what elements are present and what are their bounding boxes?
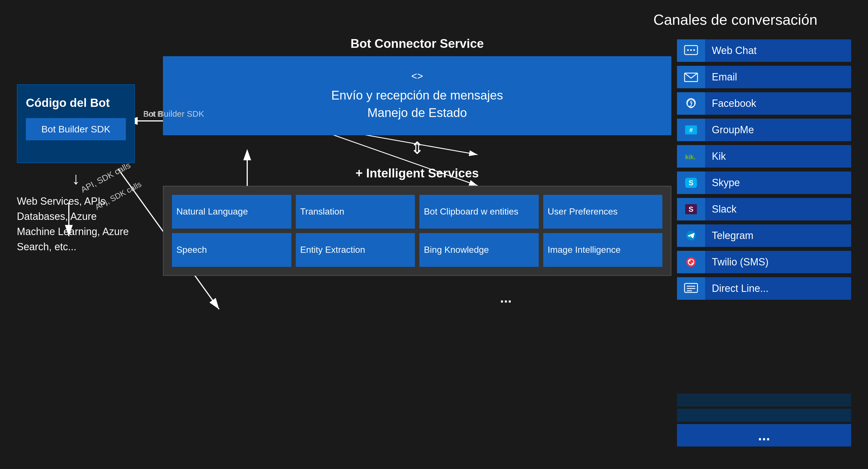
service-image-intelligence: Image Intelligence — [543, 233, 663, 267]
bot-builder-sdk-label-display: Bot Builder SDK — [143, 109, 204, 119]
svg-text:S: S — [688, 205, 693, 213]
bot-builder-sdk-inner: Bot Builder SDK — [26, 118, 126, 140]
channel-telegram: Telegram — [677, 224, 851, 247]
slack-label: Slack — [705, 198, 851, 221]
channel-kik: kik. Kik — [677, 145, 851, 168]
stacked-cards: ... — [677, 394, 851, 446]
vertical-arrow-icon: ⇕ — [163, 138, 671, 158]
center-section: Bot Connector Service <> Envío y recepci… — [163, 36, 671, 276]
stacked-ellipsis: ... — [758, 427, 770, 444]
codigo-bot-box: Código del Bot Bot Builder SDK — [17, 84, 135, 163]
canales-title: Canales de conversación — [653, 11, 817, 28]
envio-code: <> — [411, 70, 423, 82]
channel-skype: S Skype — [677, 172, 851, 194]
svg-text:S: S — [688, 179, 693, 187]
svg-point-28 — [686, 257, 696, 267]
services-grid: Natural Language Translation Bot Clipboa… — [172, 195, 662, 267]
slack-icon: S — [677, 198, 705, 221]
service-translation: Translation — [296, 195, 415, 229]
twilio-label: Twilio (SMS) — [705, 251, 851, 273]
codigo-bot-title: Código del Bot — [26, 96, 110, 110]
service-bing-knowledge: Bing Knowledge — [420, 233, 539, 267]
channel-slack: S Slack — [677, 198, 851, 221]
email-label: Email — [705, 66, 851, 88]
service-bot-clipboard: Bot Clipboard w entities — [420, 195, 539, 229]
diagram-container: Canales de conversación — [0, 0, 868, 469]
service-natural-language: Natural Language — [172, 195, 291, 229]
service-user-preferences: User Preferences — [543, 195, 663, 229]
svg-point-30 — [689, 260, 690, 262]
channel-directline: Direct Line... — [677, 277, 851, 300]
skype-label: Skype — [705, 172, 851, 194]
channel-webchat: Web Chat — [677, 39, 851, 62]
services-grid-container: Natural Language Translation Bot Clipboa… — [163, 186, 671, 276]
groupme-icon: # — [677, 119, 705, 141]
channel-facebook: Facebook — [677, 92, 851, 115]
intelligent-services-label: + Intelligent Services — [163, 166, 671, 180]
telegram-icon — [677, 224, 705, 247]
kik-label: Kik — [705, 145, 851, 168]
kik-icon: kik. — [677, 145, 705, 168]
stack-card-front: ... — [677, 424, 851, 446]
svg-point-14 — [690, 49, 692, 51]
directline-label: Direct Line... — [705, 277, 851, 300]
bot-connector-label: Bot Connector Service — [163, 36, 671, 51]
svg-text:#: # — [689, 126, 693, 134]
stack-card-back1 — [677, 409, 851, 422]
facebook-icon — [677, 92, 705, 115]
services-ellipsis: ... — [500, 290, 512, 306]
svg-point-31 — [691, 263, 693, 264]
channel-groupme: # GroupMe — [677, 119, 851, 141]
channel-twilio: Twilio (SMS) — [677, 251, 851, 273]
service-entity-extraction: Entity Extraction — [296, 233, 415, 267]
skype-icon: S — [677, 172, 705, 194]
channel-email: Email — [677, 66, 851, 88]
svg-point-13 — [687, 49, 689, 51]
groupme-label: GroupMe — [705, 119, 851, 141]
channels-section: Web Chat Email Facebook — [677, 39, 851, 300]
telegram-label: Telegram — [705, 224, 851, 247]
twilio-icon — [677, 251, 705, 273]
facebook-label: Facebook — [705, 92, 851, 115]
webchat-icon — [677, 39, 705, 62]
web-services-text: Web Services, APIs,Databases, AzureMachi… — [17, 194, 135, 255]
envio-box: <> Envío y recepción de mensajesManejo d… — [163, 56, 671, 135]
service-speech: Speech — [172, 233, 291, 267]
envio-title: Envío y recepción de mensajesManejo de E… — [331, 87, 503, 121]
stack-card-back2 — [677, 394, 851, 407]
svg-text:kik.: kik. — [685, 153, 695, 160]
webchat-label: Web Chat — [705, 39, 851, 62]
directline-icon — [677, 277, 705, 300]
email-icon — [677, 66, 705, 88]
svg-point-15 — [693, 49, 695, 51]
